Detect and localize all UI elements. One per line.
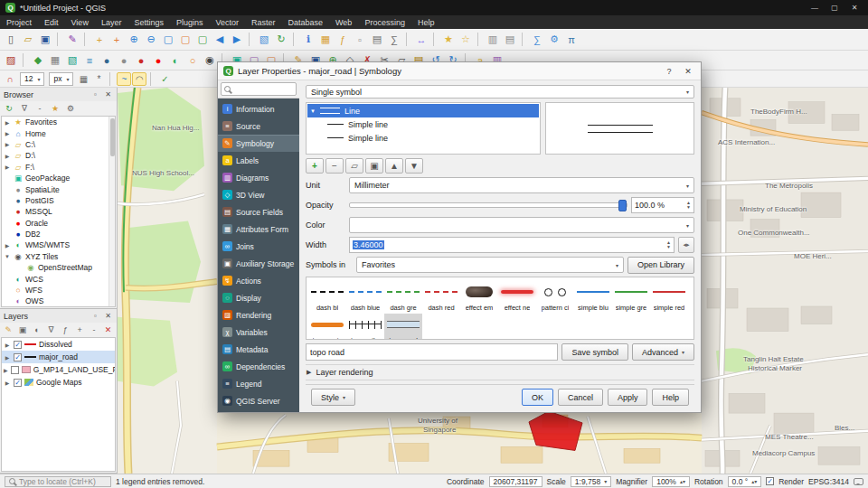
symbol-group-combo[interactable]: Favorites▾ xyxy=(356,257,624,273)
menu-item[interactable]: Raster xyxy=(245,15,282,29)
float-panel-icon[interactable]: ▫ xyxy=(90,90,100,99)
add-xyz-layer[interactable]: ◉ xyxy=(202,52,218,69)
expander-icon[interactable]: ▶ xyxy=(4,354,11,361)
add-group[interactable]: ▣ xyxy=(17,324,29,336)
layer-visibility-checkbox[interactable]: ✓ xyxy=(14,379,22,387)
properties-tab[interactable]: ≡ Source xyxy=(218,117,299,135)
move-up-button[interactable]: ▲ xyxy=(385,158,403,174)
add-mesh-layer[interactable]: ▧ xyxy=(64,52,80,69)
browser-item[interactable]: ◉ OpenStreetMap xyxy=(2,262,115,273)
refresh-browser[interactable]: ↻ xyxy=(3,102,15,115)
symbol-item[interactable]: dash gre xyxy=(384,281,422,314)
menu-item[interactable]: Layer xyxy=(95,15,128,29)
filter-browser[interactable]: ∇ xyxy=(18,102,31,115)
expander-icon[interactable]: ▶ xyxy=(4,119,11,126)
minimize-button[interactable]: — xyxy=(807,2,823,14)
open-layer-styling-panel[interactable]: ✎ xyxy=(3,324,14,336)
add-favorite[interactable]: ★ xyxy=(49,102,61,115)
save-symbol-button[interactable]: Save symbol xyxy=(561,343,628,361)
properties-tab[interactable]: ▤ Source Fields xyxy=(218,203,299,221)
layer-visibility-checkbox[interactable] xyxy=(11,366,19,374)
properties-tab[interactable]: ↯ Actions xyxy=(218,272,299,289)
symbol-item[interactable]: topo railw xyxy=(346,314,384,340)
properties-tab[interactable]: ◇ 3D View xyxy=(218,186,299,203)
close-panel-icon[interactable]: ✕ xyxy=(103,312,113,320)
properties-tab[interactable]: ◌ Display xyxy=(218,289,299,306)
python-console[interactable]: π xyxy=(563,32,580,48)
menu-item[interactable]: Plugins xyxy=(170,15,210,29)
properties-tab[interactable]: ✎ Symbology xyxy=(218,135,299,152)
zoom-last[interactable]: ◀ xyxy=(212,32,228,48)
enable-snapping[interactable]: ∩ xyxy=(3,72,17,86)
open-project[interactable]: ▱ xyxy=(20,32,36,48)
symbol-item[interactable]: simple blu xyxy=(574,281,612,314)
browser-item[interactable]: ▶ ⌂ Home xyxy=(2,127,115,138)
remove-symbol-layer-button[interactable]: − xyxy=(326,158,344,174)
maximize-button[interactable]: ▢ xyxy=(826,2,843,14)
show-statistical-summary[interactable]: ∑ xyxy=(529,32,545,48)
expander-icon[interactable]: ▶ xyxy=(4,164,11,170)
expander-icon[interactable]: ▶ xyxy=(4,130,11,136)
opacity-slider[interactable] xyxy=(349,199,627,211)
new-project[interactable]: ▯ xyxy=(3,32,19,48)
open-data-source-manager[interactable]: ▨ xyxy=(3,52,19,69)
collapse-all[interactable]: - xyxy=(33,102,46,115)
select-by-expression[interactable]: ƒ xyxy=(335,32,351,48)
symbol-layer-item[interactable]: Simple line xyxy=(307,117,539,131)
remove-layer[interactable]: ✕ xyxy=(102,324,114,336)
layer-visibility-checkbox[interactable]: ✓ xyxy=(14,353,22,361)
unit-combo[interactable]: Millimeter▾ xyxy=(349,177,694,193)
check-geometries[interactable]: ✓ xyxy=(157,72,172,86)
add-spatialite-layer[interactable]: ● xyxy=(116,52,132,69)
snapping-units-combo[interactable]: px▾ xyxy=(49,72,73,86)
menu-item[interactable]: Help xyxy=(411,15,441,29)
browser-item[interactable]: ● PostGIS xyxy=(2,195,115,206)
properties-tab[interactable]: i Information xyxy=(218,100,299,117)
layer-item[interactable]: ▶ ✓ Dissolved xyxy=(2,338,115,351)
menu-item[interactable]: Database xyxy=(282,15,330,29)
properties-tab[interactable]: ▣ Auxiliary Storage xyxy=(218,255,299,272)
zoom-out[interactable]: ⊖ xyxy=(143,32,159,48)
refresh-map[interactable]: ↻ xyxy=(273,32,289,48)
browser-properties[interactable]: ⚙ xyxy=(64,102,77,115)
deselect-features[interactable]: ▫ xyxy=(352,32,368,48)
locate-input[interactable]: Type to locate (Ctrl+K) xyxy=(5,476,111,487)
add-symbol-layer-button[interactable]: + xyxy=(306,158,324,174)
snapping-on-intersection[interactable]: * xyxy=(91,72,106,86)
crs-indicator[interactable]: EPSG:3414 xyxy=(808,477,849,486)
properties-tab[interactable]: ▥ Diagrams xyxy=(218,169,299,186)
dialog-close-icon[interactable]: ✕ xyxy=(681,65,695,78)
properties-tab[interactable]: a Labels xyxy=(218,152,299,169)
add-raster-layer[interactable]: ▦ xyxy=(47,52,63,69)
symbol-item[interactable]: simple red xyxy=(650,281,688,314)
menu-item[interactable]: Settings xyxy=(127,15,170,29)
properties-tab[interactable]: ≡ Legend xyxy=(218,375,299,392)
topological-editing[interactable]: ▦ xyxy=(76,72,90,86)
open-library-button[interactable]: Open Library xyxy=(627,257,694,274)
dialog-help-icon[interactable]: ? xyxy=(662,65,676,78)
open-attribute-table[interactable]: ▤ xyxy=(369,32,385,48)
style-menu-button[interactable]: Style▾ xyxy=(311,389,355,406)
add-mssql-layer[interactable]: ● xyxy=(133,52,149,69)
data-defined-override-icon[interactable]: ◂▸ xyxy=(678,237,694,253)
layer-item[interactable]: ▶ ✓ Google Maps xyxy=(2,376,115,389)
advanced-button[interactable]: Advanced▾ xyxy=(632,343,694,361)
expander-icon[interactable]: ▶ xyxy=(4,242,11,249)
cancel-button[interactable]: Cancel xyxy=(558,389,603,406)
color-picker-combo[interactable]: ▾ xyxy=(349,217,694,233)
renderer-combo[interactable]: Single symbol▾ xyxy=(306,85,694,99)
zoom-next[interactable]: ▶ xyxy=(229,32,245,48)
toolbar-icon[interactable] xyxy=(477,33,481,46)
browser-item[interactable]: ▶ ▱ F:\ xyxy=(2,162,115,173)
symbol-layer-root[interactable]: ▼ Line xyxy=(307,104,539,117)
toolbar-icon[interactable] xyxy=(406,33,410,46)
coordinate-input[interactable]: 20607,31197 xyxy=(489,476,542,487)
toolbar-icon[interactable] xyxy=(249,33,252,46)
enable-tracing[interactable]: ~ xyxy=(117,72,131,86)
layer-rendering-section[interactable]: ▶ Layer rendering xyxy=(306,364,694,380)
show-layout-manager[interactable]: ▤ xyxy=(502,32,518,48)
ok-button[interactable]: OK xyxy=(522,389,553,406)
collapse-all-layers[interactable]: - xyxy=(89,324,100,336)
toolbar-icon[interactable] xyxy=(57,33,61,46)
browser-item[interactable]: ▶ ◐ WMS/WMTS xyxy=(2,239,115,250)
